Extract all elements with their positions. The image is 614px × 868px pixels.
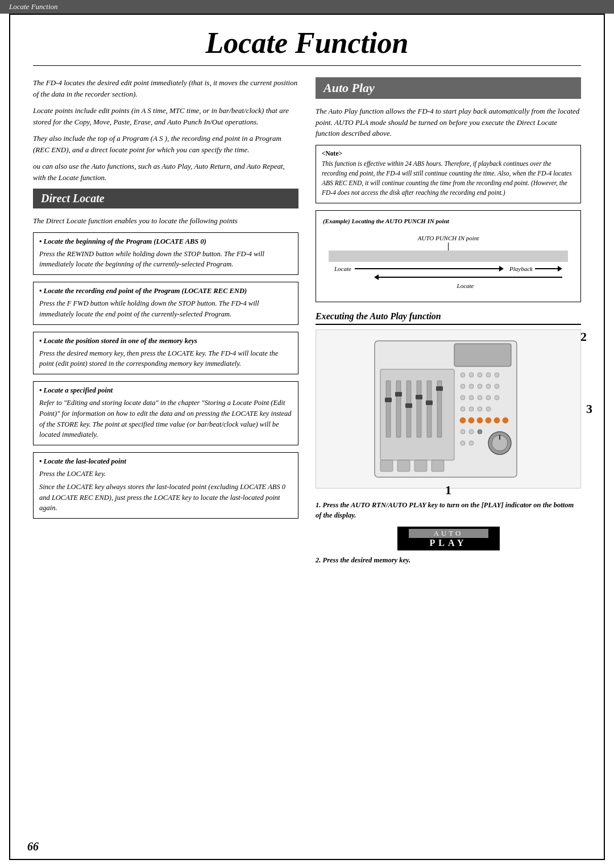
svg-point-16 — [469, 373, 474, 377]
locate-box-2: • Locate the recording end point of the … — [33, 282, 298, 325]
auto-play-header: Auto Play — [316, 77, 581, 99]
svg-point-44 — [469, 441, 474, 445]
box-2-title: • Locate the recording end point of the … — [39, 287, 292, 295]
svg-point-37 — [486, 418, 491, 423]
arrow-head-1 — [499, 266, 504, 272]
device-image — [316, 329, 581, 489]
svg-point-43 — [460, 441, 465, 445]
note-body: This function is effective within 24 ABS… — [322, 159, 575, 198]
arrow-row-2 — [329, 274, 568, 280]
svg-point-40 — [460, 429, 465, 434]
box-5-title: • Locate the last-located point — [39, 457, 292, 466]
punch-label: AUTO PUNCH IN point — [329, 235, 568, 241]
timeline-container: AUTO PUNCH IN point Locate Playback — [323, 229, 574, 295]
svg-rect-6 — [395, 392, 402, 397]
locate-box-5: • Locate the last-located point Press th… — [33, 452, 298, 519]
svg-rect-51 — [432, 460, 444, 471]
box-4-body: Refer to "Editing and storing locate dat… — [39, 398, 292, 440]
timeline-gray-bar — [329, 251, 568, 262]
right-column: Auto Play The Auto Play function allows … — [316, 77, 581, 565]
top-bar-label: Locate Function — [9, 2, 58, 11]
svg-rect-48 — [380, 460, 393, 471]
svg-point-19 — [495, 373, 499, 377]
locate-box-4: • Locate a specified point Refer to "Edi… — [33, 381, 298, 445]
playback-label: Playback — [509, 265, 533, 272]
svg-point-42 — [478, 429, 482, 434]
svg-rect-7 — [406, 381, 411, 437]
arrow-line-1 — [355, 268, 499, 269]
svg-point-24 — [495, 384, 499, 389]
device-num-1: 1 — [445, 483, 451, 498]
step-1-text: 1. Press the AUTO RTN/AUTO PLAY key to t… — [316, 500, 581, 521]
left-column: The FD-4 locates the desired edit point … — [33, 77, 298, 525]
svg-rect-9 — [417, 381, 421, 437]
locate-label-2: Locate — [329, 282, 568, 289]
svg-point-17 — [478, 373, 482, 377]
svg-point-29 — [495, 395, 499, 400]
box-1-body: Press the REWIND button while holding do… — [39, 249, 292, 270]
note-title: <Note> — [322, 150, 575, 157]
playback-line — [535, 268, 558, 269]
svg-point-26 — [469, 395, 474, 400]
svg-point-35 — [468, 418, 474, 423]
svg-rect-12 — [426, 400, 433, 405]
arrow-head-left — [374, 274, 379, 280]
display-bottom-label: PLAY — [409, 538, 488, 548]
intro-para-2: Locate points include edit points (in A … — [33, 105, 298, 127]
device-num-3: 3 — [586, 402, 592, 416]
svg-point-32 — [478, 407, 482, 411]
box-3-body: Press the desired memory key, then press… — [39, 348, 292, 370]
intro-para-3: They also include the top of a Program (… — [33, 133, 298, 155]
svg-rect-4 — [385, 398, 392, 402]
svg-rect-11 — [427, 381, 432, 437]
svg-rect-8 — [405, 403, 412, 408]
locate-label-1: Locate — [334, 265, 351, 272]
direct-locate-header: Direct Locate — [33, 189, 298, 208]
svg-point-36 — [477, 418, 483, 423]
svg-rect-49 — [397, 460, 410, 471]
box-3-title: • Locate the position stored in one of t… — [39, 337, 292, 345]
svg-point-20 — [460, 384, 465, 389]
svg-point-15 — [460, 373, 465, 377]
two-column-layout: The FD-4 locates the desired edit point … — [33, 77, 581, 565]
intro-para-1: The FD-4 locates the desired edit point … — [33, 77, 298, 99]
intro-para-4: ou can also use the Auto functions, such… — [33, 161, 298, 183]
arrow-row-1: Locate Playback — [329, 265, 568, 272]
svg-point-41 — [469, 429, 474, 434]
device-area: 2 — [316, 329, 581, 489]
locate-box-1: • Locate the beginning of the Program (L… — [33, 232, 298, 276]
svg-rect-3 — [386, 381, 391, 437]
svg-point-22 — [478, 384, 482, 389]
page-wrapper: Locate Function The FD-4 locates the des… — [9, 14, 605, 860]
svg-point-39 — [503, 418, 508, 423]
svg-point-18 — [486, 373, 491, 377]
auto-play-intro: The Auto Play function allows the FD-4 t… — [316, 106, 581, 139]
svg-point-23 — [486, 384, 491, 389]
svg-rect-1 — [454, 344, 511, 366]
arrow-line-2 — [379, 277, 562, 278]
page-number: 66 — [27, 840, 39, 853]
box-5-body: Since the LOCATE key always stores the l… — [39, 482, 292, 514]
display-top-label: AUTO — [409, 529, 488, 538]
arrow-head-2 — [558, 266, 562, 272]
svg-rect-5 — [396, 381, 401, 437]
svg-point-30 — [460, 407, 465, 411]
device-num-2: 2 — [580, 329, 587, 344]
diagram-label: (Example) Locating the AUTO PUNCH IN poi… — [323, 218, 574, 224]
device-svg — [369, 335, 528, 483]
svg-rect-14 — [436, 386, 443, 391]
svg-point-21 — [469, 384, 474, 389]
locate-box-3: • Locate the position stored in one of t… — [33, 332, 298, 375]
top-bar: Locate Function — [0, 0, 614, 14]
display-area: AUTO PLAY — [316, 527, 581, 550]
box-5-body-bold: Press the LOCATE key. — [39, 469, 292, 479]
box-2-body: Press the F FWD button while holding dow… — [39, 298, 292, 320]
svg-point-34 — [460, 418, 466, 423]
note-box: <Note> This function is effective within… — [316, 145, 581, 203]
direct-locate-intro: The Direct Locate function enables you t… — [33, 215, 298, 227]
svg-rect-10 — [416, 395, 422, 399]
executing-header: Executing the Auto Play function — [316, 311, 581, 325]
display-box: AUTO PLAY — [397, 527, 500, 550]
diagram-box: (Example) Locating the AUTO PUNCH IN poi… — [316, 210, 581, 302]
step-2-text: 2. Press the desired memory key. — [316, 556, 581, 565]
